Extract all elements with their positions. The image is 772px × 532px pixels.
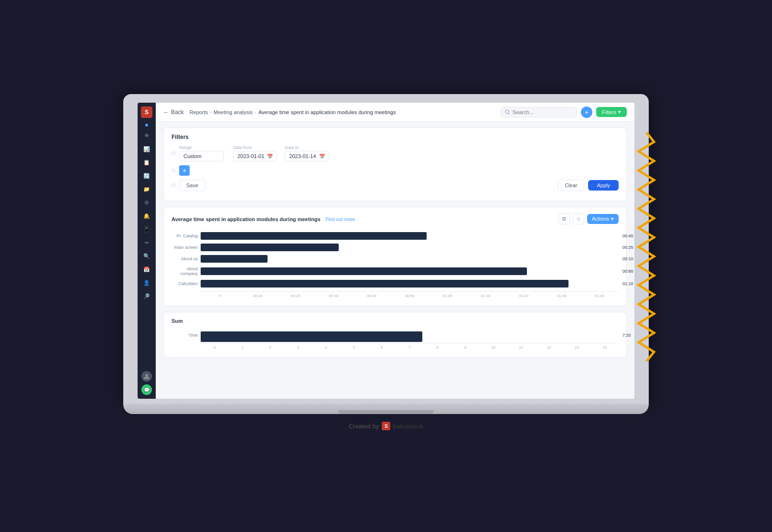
bar-fill-4 (201, 280, 568, 287)
sum-axis-5: 5 (340, 345, 368, 350)
sum-bar-row-0: Time 7:20 (172, 331, 619, 339)
main-bar-chart: Pr. Catalog 00:40 Main screen (172, 230, 619, 300)
axis-0: 0 (201, 294, 239, 298)
bar-container-2: 00:10 (201, 255, 619, 263)
filters-button[interactable]: Filters ▾ (596, 107, 627, 117)
bar-row-1: Main screen 00:25 (172, 244, 619, 251)
date-from-input[interactable]: 2023-01-01 📅 (233, 151, 277, 161)
star-icon-button[interactable]: ☆ (573, 213, 584, 224)
app-logo: S (141, 106, 152, 118)
axis-10: 01:40 (580, 294, 619, 298)
apply-button[interactable]: Apply (588, 180, 619, 191)
axis-6: 01:00 (429, 294, 467, 298)
bar-row-0: Pr. Catalog 00:40 (172, 232, 619, 240)
back-button[interactable]: ← Back (163, 109, 184, 116)
find-out-more-link[interactable]: Find out more (325, 217, 355, 222)
sidebar-item-edit[interactable]: ✏ (141, 237, 152, 248)
bar-fill-2 (201, 255, 268, 263)
sidebar-item-eye[interactable]: 👁 (141, 130, 152, 141)
sidebar-item-folder[interactable]: 📁 (141, 184, 152, 194)
date-from-label: Data from (233, 145, 277, 150)
bar-row-4: Calculator 01:10 (172, 280, 619, 287)
sidebar-item-settings[interactable]: ⚙ (141, 197, 152, 208)
back-arrow-icon: ← (163, 109, 169, 116)
bar-label-4: Calculator (172, 281, 198, 286)
date-from-value: 2023-01-01 (237, 153, 264, 159)
settings-icon-button[interactable]: ⚙ (558, 213, 570, 224)
footer-logo: S Salesbook (382, 422, 423, 430)
sum-axis-1: 1 (228, 345, 256, 350)
filter-range-field: Range Custom Last 7 days Last 30 days La… (179, 145, 224, 161)
sidebar-item-search2[interactable]: 🔎 (141, 291, 152, 301)
add-filter-button[interactable]: + (179, 165, 190, 176)
save-filter-button[interactable]: Save (179, 180, 205, 191)
main-chart-section: Average time spent in application module… (163, 207, 627, 306)
bar-container-4: 01:10 (201, 280, 619, 287)
footer-s-icon: S (382, 422, 390, 430)
sum-axis-2: 2 (257, 345, 284, 350)
bar-fill-3 (201, 267, 527, 275)
range-select[interactable]: Custom Last 7 days Last 30 days Last 90 … (179, 151, 224, 161)
filter-date-to-field: Data to 2023-01-14 📅 (285, 145, 329, 161)
sidebar-item-search[interactable]: 🔍 (141, 251, 152, 261)
svg-line-2 (508, 113, 509, 114)
bar-label-1: Main screen (172, 245, 198, 250)
sidebar-item-clipboard[interactable]: 📋 (141, 157, 152, 168)
bar-value-0: 00:40 (622, 234, 633, 238)
bar-row-3: About company 00:80 (172, 266, 619, 276)
search-box[interactable] (501, 107, 577, 117)
footer: Created by S Salesbook (123, 414, 649, 438)
date-to-value: 2023-01-14 (289, 153, 316, 159)
search-input[interactable] (513, 109, 573, 115)
sum-title: Sum (172, 318, 619, 324)
sum-bar-container-0: 7:20 (201, 331, 619, 339)
bar-container-0: 00:40 (201, 232, 619, 240)
add-button[interactable]: + (581, 106, 592, 118)
sum-bar-chart: Time 7:20 0 1 2 (172, 330, 619, 351)
filter-dot-range (172, 151, 175, 155)
bar-value-2: 00:10 (622, 256, 633, 261)
bar-value-4: 01:10 (622, 281, 633, 286)
filters-title: Filters (172, 134, 619, 140)
sidebar-item-refresh[interactable]: 🔄 (141, 170, 152, 181)
chart-axis: 0 00:10 00:20 00:30 00:40 00:50 01:00 01… (201, 291, 619, 298)
breadcrumb: Reports • Meeting analysis • Average tim… (190, 109, 396, 115)
sidebar-item-calendar[interactable]: 📅 (141, 264, 152, 275)
topbar: ← Back Reports • Meeting analysis • Aver… (156, 103, 634, 122)
actions-chevron-icon: ▾ (611, 216, 614, 222)
breadcrumb-current: Average time spent in application module… (258, 109, 396, 115)
chart-actions: ⚙ ☆ Actions ▾ (558, 213, 619, 224)
breadcrumb-meeting[interactable]: Meeting analysis (214, 109, 253, 115)
filter-row-range: Range Custom Last 7 days Last 30 days La… (172, 145, 619, 161)
sidebar-item-user[interactable]: 👤 (141, 277, 152, 288)
sum-chart-axis: 0 1 2 3 4 5 6 7 8 9 (201, 343, 619, 350)
bar-fill-1 (201, 244, 339, 251)
chat-button[interactable]: 💬 (141, 384, 152, 395)
axis-2: 00:20 (277, 294, 315, 298)
date-to-input[interactable]: 2023-01-14 📅 (285, 151, 329, 161)
user-avatar[interactable] (141, 371, 152, 382)
filter-dot-actions (172, 183, 175, 187)
sum-axis-12: 12 (535, 345, 563, 350)
topbar-right: + Filters ▾ (501, 106, 627, 118)
breadcrumb-reports[interactable]: Reports (190, 109, 208, 115)
laptop-base (123, 404, 649, 414)
actions-button[interactable]: Actions ▾ (587, 214, 619, 224)
sum-axis-0: 0 (201, 345, 228, 350)
sidebar-item-chart[interactable]: 📊 (141, 144, 152, 154)
sum-axis-6: 6 (368, 345, 396, 350)
breadcrumb-sep1: • (210, 109, 212, 115)
sum-axis-4: 4 (312, 345, 340, 350)
axis-1: 00:10 (239, 294, 277, 298)
clear-button[interactable]: Clear (558, 180, 584, 191)
page-content: Filters Range Custom Last 7 days Last (156, 122, 634, 399)
chart-title: Average time spent in application module… (172, 216, 321, 222)
filters-label: Filters (602, 109, 616, 115)
filters-section: Filters Range Custom Last 7 days Last (163, 128, 627, 201)
axis-3: 00:30 (315, 294, 353, 298)
main-content: ← Back Reports • Meeting analysis • Aver… (156, 103, 634, 399)
sidebar-item-bell[interactable]: 🔔 (141, 211, 152, 221)
footer-brand: Salesbook (392, 423, 423, 430)
sum-axis-3: 3 (284, 345, 312, 350)
sidebar-item-mobile[interactable]: 📱 (141, 224, 152, 234)
